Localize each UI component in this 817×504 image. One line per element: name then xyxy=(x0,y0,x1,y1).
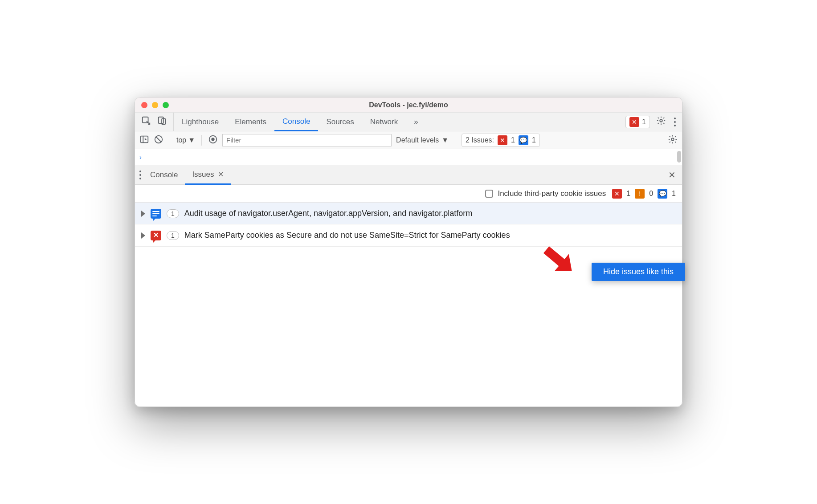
info-issue-icon xyxy=(151,209,161,219)
drawer-tabstrip: Console Issues ✕ ✕ xyxy=(135,165,682,185)
drawer-more-icon[interactable] xyxy=(138,169,143,181)
error-icon: ✕ xyxy=(498,135,507,145)
svg-rect-4 xyxy=(141,136,148,142)
info-icon: 💬 xyxy=(658,189,667,199)
log-levels-selector[interactable]: Default levels ▼ xyxy=(396,136,449,144)
drawer-tab-console[interactable]: Console xyxy=(143,165,185,184)
issue-count-badge: 1 xyxy=(167,231,179,240)
svg-point-8 xyxy=(671,138,674,141)
zoom-window-button[interactable] xyxy=(163,102,169,108)
minimize-window-button[interactable] xyxy=(152,102,158,108)
live-expression-icon[interactable] xyxy=(208,134,218,146)
issue-count-badge: 1 xyxy=(167,209,179,218)
error-count: 1 xyxy=(511,136,515,144)
context-label: top xyxy=(176,136,186,144)
count-value: 1 xyxy=(171,232,175,239)
errors-badge[interactable]: ✕ 1 xyxy=(625,116,650,128)
scrollbar-thumb[interactable] xyxy=(677,151,681,163)
issue-text: Mark SameParty cookies as Secure and do … xyxy=(184,230,676,240)
tab-lighthouse[interactable]: Lighthouse xyxy=(174,113,227,131)
tab-label: Network xyxy=(370,118,398,126)
tab-label: Issues xyxy=(192,170,214,179)
close-drawer-icon[interactable]: ✕ xyxy=(662,170,682,180)
error-count: 1 xyxy=(626,190,630,198)
devtools-window: DevTools - jec.fyi/demo Lighthouse Eleme… xyxy=(135,97,682,407)
inspect-element-icon[interactable] xyxy=(141,116,151,128)
console-prompt: › xyxy=(139,153,142,161)
svg-point-7 xyxy=(212,138,214,141)
main-tabstrip: Lighthouse Elements Console Sources Netw… xyxy=(135,113,682,131)
tab-elements[interactable]: Elements xyxy=(227,113,274,131)
window-title: DevTools - jec.fyi/demo xyxy=(135,101,682,109)
levels-label: Default levels xyxy=(396,136,439,144)
tab-label: Console xyxy=(282,117,310,126)
error-issue-icon: ✕ xyxy=(151,231,161,240)
console-body[interactable]: › xyxy=(135,149,682,165)
tabs-overflow[interactable]: » xyxy=(406,113,426,131)
info-icon: 💬 xyxy=(519,135,528,145)
menu-item-label: Hide issues like this xyxy=(603,267,674,276)
info-count: 1 xyxy=(532,136,536,144)
settings-gear-icon[interactable] xyxy=(656,116,666,128)
clear-console-icon[interactable] xyxy=(154,134,163,146)
expand-triangle-icon[interactable] xyxy=(141,211,145,217)
svg-point-3 xyxy=(660,119,662,122)
tab-network[interactable]: Network xyxy=(362,113,406,131)
errors-count: 1 xyxy=(642,118,646,126)
context-menu-item-hide[interactable]: Hide issues like this xyxy=(592,263,685,281)
expand-triangle-icon[interactable] xyxy=(141,232,145,239)
issues-toolbar: Include third-party cookie issues ✕ 1 ! … xyxy=(135,185,682,203)
drawer-tab-issues[interactable]: Issues ✕ xyxy=(185,166,230,185)
execution-context-selector[interactable]: top ▼ xyxy=(176,136,195,144)
issue-text: Audit usage of navigator.userAgent, navi… xyxy=(184,208,676,219)
filter-input[interactable] xyxy=(222,134,392,146)
tab-label: Sources xyxy=(326,118,354,126)
console-sidebar-toggle-icon[interactable] xyxy=(139,134,149,146)
tab-label: Console xyxy=(150,171,178,179)
issues-summary[interactable]: 2 Issues: ✕ 1 💬 1 xyxy=(462,134,540,147)
info-count: 1 xyxy=(672,190,676,198)
tab-label: Lighthouse xyxy=(182,118,219,126)
more-menu-icon[interactable] xyxy=(672,116,678,128)
issues-label: 2 Issues: xyxy=(466,136,494,144)
close-tab-icon[interactable]: ✕ xyxy=(218,170,224,179)
device-toolbar-icon[interactable] xyxy=(157,116,167,128)
error-icon: ✕ xyxy=(612,189,622,199)
issue-counts: ✕ 1 ! 0 💬 1 xyxy=(612,189,676,199)
traffic-lights xyxy=(141,102,169,108)
overflow-glyph: » xyxy=(414,118,418,126)
tab-console[interactable]: Console xyxy=(274,113,318,131)
console-settings-gear-icon[interactable] xyxy=(668,134,678,146)
checkbox-icon xyxy=(485,190,493,198)
context-menu: Hide issues like this xyxy=(592,263,685,281)
tab-sources[interactable]: Sources xyxy=(318,113,362,131)
checkbox-label: Include third-party cookie issues xyxy=(498,189,606,198)
console-toolbar: top ▼ Default levels ▼ 2 Issues: ✕ 1 💬 1 xyxy=(135,131,682,149)
tab-label: Elements xyxy=(235,118,266,126)
count-value: 1 xyxy=(171,210,175,217)
error-icon: ✕ xyxy=(629,117,639,127)
titlebar: DevTools - jec.fyi/demo xyxy=(135,98,682,113)
chevron-down-icon: ▼ xyxy=(441,136,449,144)
warning-icon: ! xyxy=(635,189,645,199)
warning-count: 0 xyxy=(649,190,653,198)
issue-row[interactable]: 1 Audit usage of navigator.userAgent, na… xyxy=(135,203,682,224)
include-thirdparty-checkbox[interactable]: Include third-party cookie issues xyxy=(485,189,606,198)
chevron-down-icon: ▼ xyxy=(188,136,195,144)
issue-row[interactable]: ✕ 1 Mark SameParty cookies as Secure and… xyxy=(135,224,682,246)
close-window-button[interactable] xyxy=(141,102,147,108)
svg-rect-1 xyxy=(159,117,163,124)
